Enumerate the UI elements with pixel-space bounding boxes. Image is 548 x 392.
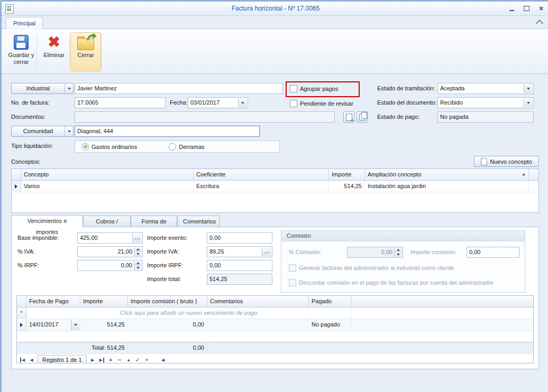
edit-record-button[interactable]: ▲: [125, 356, 133, 363]
ellipsis-button[interactable]: …: [262, 247, 271, 256]
cell-pagado[interactable]: No pagado: [309, 319, 351, 331]
nuevo-concepto-button[interactable]: Nuevo concepto: [474, 156, 539, 167]
importe-irpf-input[interactable]: 0,00: [207, 260, 272, 271]
new-page-icon: [481, 158, 487, 165]
irpf-pct-label: % IRPF:: [17, 260, 39, 271]
column-header-ampliacion[interactable]: Ampliación concepto: [365, 169, 529, 180]
spin-down-button[interactable]: [134, 265, 142, 270]
importe-comision-field: 0,00: [467, 247, 519, 258]
column-header-pagado[interactable]: Pagado: [309, 296, 351, 307]
add-document-icon: [346, 114, 352, 121]
importe-exento-input[interactable]: 0,00: [207, 232, 272, 244]
column-header-importe[interactable]: Importe: [80, 296, 128, 307]
spin-up-button[interactable]: [134, 247, 142, 251]
descontar-comision-label: Descontar comisión en el pago de las fac…: [299, 279, 494, 286]
column-header-fecha-pago[interactable]: Fecha de Pago: [26, 296, 80, 307]
radio-derramas[interactable]: Derramas: [169, 143, 204, 151]
close-button[interactable]: ×: [537, 5, 545, 12]
new-row-indicator: *: [17, 307, 26, 319]
comunidad-selector-label: Comunidad: [12, 126, 65, 136]
new-row[interactable]: * Click aquí para añadir un nuevo vencim…: [17, 307, 533, 319]
red-x-icon: ✖: [48, 34, 60, 50]
pendiente-revisar-checkbox[interactable]: Pendiente de revisar: [290, 99, 353, 107]
tab-vencimientos-importes[interactable]: Vencimientos e importes: [11, 215, 83, 227]
column-header-coeficiente[interactable]: Coeficiente: [194, 169, 329, 180]
scroll-left-button[interactable]: ◀: [159, 356, 167, 363]
cell-concepto[interactable]: Varios: [21, 181, 194, 192]
footer-total-comision: 0,00: [128, 342, 207, 353]
tab-comentarios[interactable]: Comentarios: [177, 216, 220, 227]
new-row-hint[interactable]: Click aquí para añadir un nuevo vencimie…: [26, 307, 351, 319]
last-record-icon: ▶: [99, 358, 104, 362]
agrupar-pagos-label: Agrupar pagos: [300, 86, 338, 92]
tab-forma-pago[interactable]: Forma de pago: [131, 216, 177, 227]
ribbon-collapse-icon[interactable]: [536, 20, 543, 27]
cell-importe-comision[interactable]: 0,00: [128, 319, 207, 331]
tab-cobros-pagos[interactable]: Cobros / Pagos: [83, 216, 131, 227]
documentos-field[interactable]: [75, 111, 335, 123]
radio-gastos-ordinarios[interactable]: Gastos ordinarios: [81, 143, 137, 151]
restore-button[interactable]: [522, 5, 531, 12]
save-close-button[interactable]: Guardar y cerrar: [6, 32, 36, 71]
delete-record-button[interactable]: −: [116, 356, 124, 363]
cell-ampliacion[interactable]: Instalación agua jardin: [365, 181, 529, 192]
industrial-name-field[interactable]: Javier Martinez: [75, 83, 283, 94]
cell-filler: [529, 181, 538, 192]
irpf-pct-spinner[interactable]: 0,00: [77, 260, 143, 271]
cell-fecha-pago[interactable]: 14/01/2017: [26, 319, 80, 331]
next-record-button[interactable]: ▶: [89, 356, 97, 363]
cancel-edit-button[interactable]: ×: [143, 356, 151, 363]
comision-group: Comisión % Comisión: 0,00 Importe comisi…: [281, 230, 525, 293]
cell-coeficiente[interactable]: Escritura: [194, 181, 329, 192]
importe-iva-input[interactable]: 89,25 …: [207, 246, 272, 257]
industrial-selector-button[interactable]: Industrial: [11, 83, 74, 94]
end-edit-button[interactable]: ✓: [134, 356, 142, 363]
chevron-down-icon[interactable]: [65, 83, 73, 94]
column-header-importe[interactable]: Importe: [329, 169, 365, 180]
spin-down-button[interactable]: [134, 251, 142, 256]
titlebar[interactable]: Factura horizontal - Nº 17.0065 ×: [2, 2, 548, 16]
dropdown-button[interactable]: [71, 320, 79, 330]
comunidad-address-field[interactable]: Diagonal, 444: [75, 126, 260, 137]
estado-tramitacion-select[interactable]: Aceptada: [437, 83, 534, 94]
radio-unselected-icon: [169, 143, 176, 151]
agrupar-pagos-checkbox[interactable]: Agrupar pagos: [290, 85, 338, 92]
base-imponible-input[interactable]: 425,00 …: [77, 232, 143, 244]
estado-documento-select[interactable]: Recibido: [437, 97, 534, 108]
ribbon-tab-principal[interactable]: Principal: [6, 17, 43, 30]
prev-record-button[interactable]: ◀: [28, 356, 35, 363]
delete-button[interactable]: ✖ Eliminar: [39, 32, 69, 71]
no-factura-input[interactable]: 17.0065: [75, 97, 166, 108]
dropdown-button[interactable]: [524, 84, 533, 93]
chevron-down-icon[interactable]: [65, 126, 73, 136]
table-row[interactable]: 14/01/2017 514,25 0,00 No pagado: [17, 319, 533, 331]
table-row[interactable]: Varios Escritura 514,25 Instalación agua…: [12, 181, 538, 192]
ellipsis-button[interactable]: …: [132, 234, 142, 242]
window-controls: ×: [507, 5, 545, 12]
column-header-comentarios[interactable]: Comentarios: [207, 296, 309, 307]
cell-importe[interactable]: 514,25: [329, 181, 365, 192]
pendiente-revisar-label: Pendiente de revisar: [300, 100, 353, 107]
dropdown-button[interactable]: [238, 98, 247, 107]
pagos-grid: Fecha de Pago Importe Importe comisión (…: [16, 295, 534, 363]
add-document-button[interactable]: [343, 111, 354, 123]
iva-pct-spinner[interactable]: 21,00: [77, 246, 143, 257]
cell-comentarios[interactable]: [207, 319, 309, 331]
last-record-button[interactable]: ▶: [98, 356, 106, 363]
comunidad-selector-button[interactable]: Comunidad: [11, 126, 74, 137]
estado-pago-label: Estado de pago:: [377, 111, 419, 123]
spin-up-button[interactable]: [134, 261, 142, 265]
copy-document-button[interactable]: [357, 111, 368, 123]
dropdown-button[interactable]: [524, 98, 533, 107]
minimize-button[interactable]: [507, 5, 516, 12]
header-filler: [351, 296, 533, 307]
append-record-button[interactable]: +: [107, 356, 115, 363]
estado-pago-value: No pagada: [438, 112, 533, 122]
column-header-importe-comision[interactable]: Importe comisión ( bruto ): [128, 296, 207, 307]
cell-importe[interactable]: 514,25: [80, 319, 128, 331]
close-form-button[interactable]: Cerrar: [70, 32, 101, 71]
first-record-button[interactable]: ◀: [19, 356, 26, 363]
fecha-datepicker[interactable]: 03/01/2017: [188, 97, 248, 108]
column-header-concepto[interactable]: Concepto: [21, 169, 194, 180]
cell-filler: [351, 319, 533, 331]
